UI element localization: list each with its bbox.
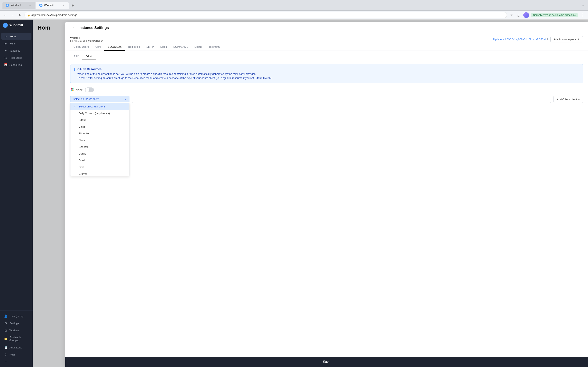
oauth-client-text-input[interactable] <box>132 96 551 103</box>
dropdown-item-select[interactable]: ✓ Select an OAuth client <box>70 103 129 110</box>
sidebar-label-audit: Audit Logs <box>9 346 22 349</box>
tab-smtp[interactable]: SMTP <box>143 43 157 51</box>
dropdown-item-label-bitbucket: Bitbucket <box>79 132 89 135</box>
tab-registries[interactable]: Registries <box>125 43 143 51</box>
modal-close-button[interactable]: × <box>70 25 76 31</box>
tab-scim-saml[interactable]: SCIM/SAML <box>170 43 191 51</box>
dropdown-item-label-gdrive: Gdrive <box>79 152 86 155</box>
dropdown-item-gcal[interactable]: Gcal <box>70 164 129 170</box>
toggle-thumb <box>85 88 89 92</box>
browser-tab-2[interactable]: Windmill × <box>36 2 69 9</box>
window-menu-icon[interactable]: ⌄ <box>580 2 586 8</box>
save-button[interactable]: Save <box>323 360 330 364</box>
dropdown-item-github[interactable]: Github <box>70 117 129 123</box>
dropdown-selected-label: Select an OAuth client <box>73 98 99 100</box>
sidebar-item-resources[interactable]: ⬡ Resources <box>1 54 31 61</box>
user-icon: 👤 <box>4 314 7 318</box>
svg-rect-5 <box>72 90 73 91</box>
info-box-icon: ℹ <box>74 68 75 80</box>
refresh-button[interactable]: ↻ <box>17 12 23 18</box>
info-box-content: OAuth Resources When one of the below op… <box>77 67 272 80</box>
tab-title-2: Windmill <box>44 4 54 7</box>
chrome-actions: ☆ ⬚ Nouvelle version de Chrome disponibl… <box>509 12 586 18</box>
dropdown-item-gdrive[interactable]: Gdrive <box>70 150 129 157</box>
add-oauth-client-button[interactable]: Add OAuth client + <box>553 96 583 103</box>
sidebar-item-workers[interactable]: ◻ Workers <box>1 327 31 334</box>
tab-favicon-1 <box>6 4 9 7</box>
svg-rect-3 <box>71 90 72 91</box>
sidebar-label-folders: Folders & Groups... <box>9 336 29 342</box>
url-text: app.windmill.dev/#superadmin-settings <box>31 13 77 17</box>
version-info: Windmill EE v1.393.3-1-g959e31d22 <box>70 36 103 42</box>
sidebar-item-user[interactable]: 👤 User (henri) <box>1 313 31 319</box>
modal-title: Instance Settings <box>78 26 109 30</box>
tab-core[interactable]: Core <box>92 43 104 51</box>
chrome-update-button[interactable]: Nouvelle version de Chrome disponible <box>531 13 578 17</box>
tab-close-1[interactable]: × <box>28 3 32 7</box>
svg-rect-2 <box>71 88 72 90</box>
modal-tabs: Global Users Core SSO/OAuth Registries S… <box>65 43 588 51</box>
sidebar: Windmill ⌂ Home ▶ Runs ✦ Variables ⬡ Res… <box>0 20 33 367</box>
browser-tab-1[interactable]: Windmill × <box>2 2 35 9</box>
tab-close-2[interactable]: × <box>62 3 65 7</box>
slack-grid-icon <box>70 88 74 92</box>
slack-toggle[interactable] <box>85 87 94 92</box>
forward-button[interactable]: → <box>10 12 16 18</box>
sidebar-item-settings[interactable]: ⚙ Settings <box>1 320 31 327</box>
oauth-client-selected[interactable]: Select an OAuth client ⌄ <box>70 96 130 102</box>
app-layout: Windmill ⌂ Home ▶ Runs ✦ Variables ⬡ Res… <box>0 20 588 367</box>
sidebar-item-schedules[interactable]: 📅 Schedules <box>1 61 31 68</box>
admins-workspace-button[interactable]: Admins workspace ↗ <box>550 36 583 42</box>
dropdown-item-bitbucket[interactable]: Bitbucket <box>70 130 129 137</box>
sidebar-item-variables[interactable]: ✦ Variables <box>1 47 31 54</box>
chrome-menu-icon[interactable]: ⋮ <box>580 12 586 18</box>
tab-global-users[interactable]: Global Users <box>70 43 92 51</box>
tab-title-1: Windmill <box>11 4 21 7</box>
resources-icon: ⬡ <box>4 56 7 59</box>
admins-workspace-label: Admins workspace <box>554 38 576 41</box>
sidebar-item-audit[interactable]: 📋 Audit Logs <box>1 344 31 351</box>
sidebar-label-runs: Runs <box>9 42 16 45</box>
tab-telemetry[interactable]: Telemetry <box>206 43 224 51</box>
sidebar-item-help[interactable]: ? Help <box>1 351 31 358</box>
tab-slack[interactable]: Slack <box>157 43 170 51</box>
svg-rect-4 <box>72 88 73 90</box>
extension-icon[interactable]: ⬚ <box>516 12 522 18</box>
tab-sso-oauth[interactable]: SSO/OAuth <box>104 43 125 51</box>
dropdown-item-gmail[interactable]: Gmail <box>70 157 129 164</box>
sidebar-item-runs[interactable]: ▶ Runs <box>1 40 31 47</box>
back-button[interactable]: ← <box>2 12 8 18</box>
sidebar-label-settings: Settings <box>9 322 19 325</box>
sidebar-item-home[interactable]: ⌂ Home <box>1 33 31 40</box>
window-controls: ⌄ <box>580 2 586 8</box>
update-link[interactable]: Update: v1.393.3-1-g959e31d22 → v1.393.4… <box>493 38 548 41</box>
user-avatar[interactable] <box>523 12 529 18</box>
address-bar-row: ← → ↻ 🔒 app.windmill.dev/#superadmin-set… <box>0 11 588 20</box>
tab-debug[interactable]: Debug <box>191 43 205 51</box>
sidebar-logo[interactable]: Windmill <box>0 20 33 31</box>
bookmark-icon[interactable]: ☆ <box>509 12 514 18</box>
dropdown-item-gforms[interactable]: Gforms <box>70 170 129 176</box>
oauth-client-dropdown-menu[interactable]: ✓ Select an OAuth client Fully Custom (r… <box>70 103 130 176</box>
modal-body: ℹ OAuth Resources When one of the below … <box>65 60 588 357</box>
sidebar-item-folders[interactable]: 📁 Folders & Groups... <box>1 334 31 344</box>
dropdown-item-gitlab[interactable]: Gitlab <box>70 123 129 130</box>
dropdown-item-label-gforms: Gforms <box>79 172 87 175</box>
dropdown-item-slack[interactable]: Slack <box>70 137 129 143</box>
add-icon: + <box>578 98 580 101</box>
dropdown-item-gsheets[interactable]: Gsheets <box>70 143 129 150</box>
sidebar-label-home: Home <box>9 35 17 38</box>
sidebar-back-button[interactable]: ← <box>1 358 31 365</box>
dropdown-item-label-slack: Slack <box>79 139 85 142</box>
subtab-sso[interactable]: SSO <box>70 53 82 60</box>
sidebar-logo-text: Windmill <box>9 24 23 27</box>
app-name: Windmill <box>70 36 103 39</box>
lock-icon: 🔒 <box>27 14 30 17</box>
dropdown-item-label-gcal: Gcal <box>79 166 84 169</box>
address-bar[interactable]: 🔒 app.windmill.dev/#superadmin-settings <box>25 12 507 18</box>
audit-icon: 📋 <box>4 346 7 349</box>
subtab-oauth[interactable]: OAuth <box>82 53 96 60</box>
new-tab-button[interactable]: + <box>69 2 76 9</box>
slack-config-row: slack <box>70 87 583 92</box>
dropdown-item-fully-custom[interactable]: Fully Custom (requires ee) <box>70 110 129 117</box>
